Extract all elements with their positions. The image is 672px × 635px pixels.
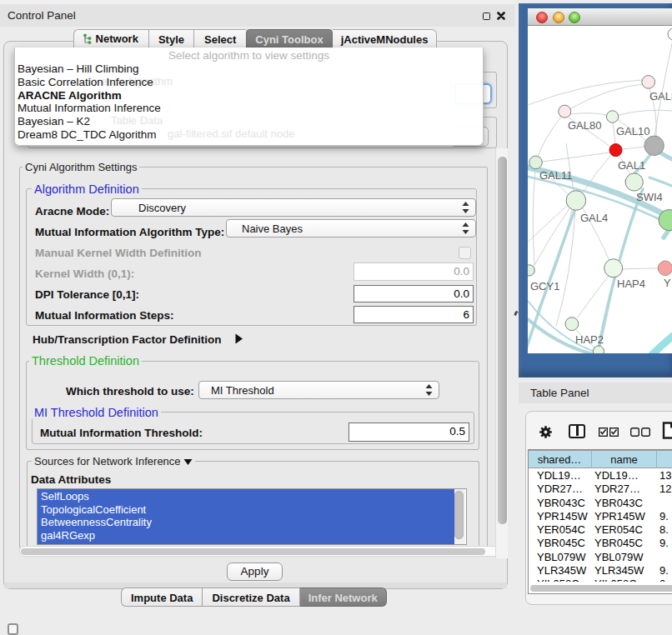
- svg-text:GAL8: GAL8: [649, 90, 672, 102]
- svg-text:Y: Y: [664, 277, 671, 289]
- svg-text:GAL1: GAL1: [618, 159, 645, 172]
- svg-text:GAL4: GAL4: [580, 212, 608, 224]
- svg-text:GAL80: GAL80: [568, 119, 601, 132]
- svg-text:GCY1: GCY1: [530, 280, 559, 292]
- svg-text:GAL10: GAL10: [616, 125, 649, 138]
- svg-text:HAP4: HAP4: [617, 278, 645, 290]
- svg-text:HAP2: HAP2: [575, 333, 604, 346]
- svg-text:SWI4: SWI4: [636, 191, 663, 203]
- svg-text:GAL11: GAL11: [539, 169, 573, 182]
